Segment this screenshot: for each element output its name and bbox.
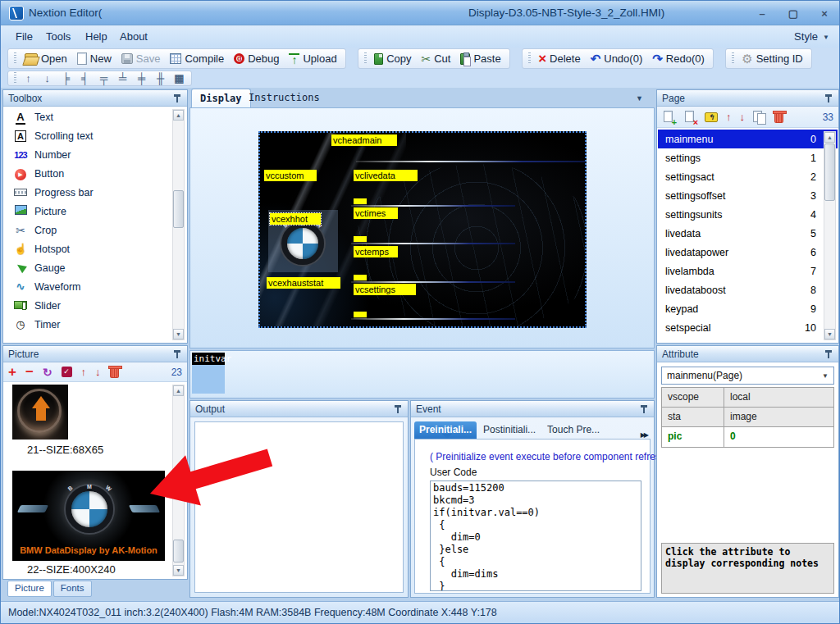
- toolbox-item-waveform[interactable]: ∿Waveform: [4, 277, 186, 296]
- toolbox-item-hotspot[interactable]: ☝Hotspot: [4, 239, 186, 258]
- align-right-button[interactable]: ╡: [75, 71, 94, 85]
- picture-scrollbar[interactable]: ▲ ▼: [172, 385, 185, 576]
- toolbox-item-gauge[interactable]: Gauge: [4, 258, 186, 277]
- menu-file[interactable]: File: [16, 25, 33, 48]
- page-row-livedataboost[interactable]: livedataboost8: [658, 280, 838, 299]
- tab-picture[interactable]: Picture: [7, 581, 52, 597]
- page-row-livedata[interactable]: livedata5: [658, 224, 838, 243]
- delete-page-button[interactable]: ×: [683, 111, 696, 124]
- page-row-settingsact[interactable]: settingsact2: [658, 167, 838, 186]
- page-row-settings[interactable]: settings1: [658, 148, 838, 167]
- delete-picture-button[interactable]: [110, 368, 119, 378]
- page-up-button[interactable]: ↑: [726, 111, 732, 123]
- menu-tools[interactable]: Tools: [46, 25, 71, 48]
- debug-button[interactable]: dDebug: [229, 50, 284, 68]
- scroll-thumb[interactable]: [173, 540, 184, 563]
- attribute-row-vscope[interactable]: vscopelocal: [662, 388, 833, 408]
- scroll-down-icon[interactable]: ▼: [824, 329, 835, 339]
- undo-button[interactable]: ↶Undo(0): [586, 50, 648, 68]
- picture-item-22[interactable]: B M W BMW DataDisplay by AK-Motion: [12, 471, 165, 561]
- scroll-up-icon[interactable]: ▲: [173, 110, 184, 121]
- pin-icon[interactable]: [640, 405, 648, 414]
- component-vcheadmain[interactable]: vcheadmain: [331, 134, 397, 146]
- component-vctemps[interactable]: vctemps: [354, 246, 398, 257]
- component-vctimes[interactable]: vctimes: [354, 207, 398, 219]
- copy-page-button[interactable]: [753, 111, 766, 124]
- upload-button[interactable]: ↑Upload: [284, 50, 341, 68]
- page-scrollbar[interactable]: ▲ ▼: [824, 131, 836, 340]
- attribute-row-sta[interactable]: staimage: [662, 408, 833, 427]
- pin-icon[interactable]: [824, 350, 833, 359]
- component-vclivedata[interactable]: vclivedata: [354, 170, 418, 181]
- page-row-settingsunits[interactable]: settingsunits4: [658, 205, 838, 224]
- picture-down-button[interactable]: ↓: [95, 366, 101, 378]
- move-up-button[interactable]: ↑: [19, 71, 38, 85]
- page-row-livelambda[interactable]: livelambda7: [658, 262, 838, 280]
- scroll-thumb[interactable]: [173, 190, 184, 228]
- pin-icon[interactable]: [173, 94, 181, 103]
- menu-help[interactable]: Help: [85, 25, 107, 48]
- add-picture-button[interactable]: +: [8, 366, 16, 379]
- tab-list-caret-icon[interactable]: ▼: [636, 94, 643, 102]
- trash-page-button[interactable]: [774, 113, 783, 123]
- scroll-down-icon[interactable]: ▼: [173, 329, 184, 339]
- component-vcexhhot[interactable]: vcexhhot: [270, 213, 321, 225]
- scroll-up-icon[interactable]: ▲: [824, 132, 835, 143]
- redo-button[interactable]: ↷Redo(0): [647, 50, 710, 68]
- close-button[interactable]: ×: [818, 7, 831, 20]
- align-top-button[interactable]: ╤: [94, 71, 113, 85]
- toolbox-item-number[interactable]: 123Number: [4, 145, 186, 164]
- import-page-button[interactable]: ↰: [705, 111, 718, 124]
- add-page-button[interactable]: +: [662, 111, 675, 124]
- tab-touch-press[interactable]: Touch Pre...: [542, 421, 605, 439]
- page-row-mainmenu[interactable]: mainmenu0: [658, 130, 838, 148]
- component-vcexhauststat[interactable]: vcexhauststat: [267, 277, 340, 289]
- tab-instructions[interactable]: Instructions: [240, 89, 328, 107]
- toolbox-item-button[interactable]: ▶Button: [4, 164, 186, 183]
- pin-icon[interactable]: [173, 350, 181, 359]
- center-vertical-button[interactable]: ╫: [151, 71, 170, 85]
- tab-fonts[interactable]: Fonts: [53, 581, 92, 597]
- toolbox-item-slider[interactable]: Slider: [4, 296, 186, 315]
- tab-preinitialize[interactable]: Preinitiali...: [414, 421, 477, 439]
- copy-button[interactable]: Copy: [369, 50, 416, 68]
- page-row-livedatapower[interactable]: livedatapower6: [658, 243, 838, 262]
- toolbox-item-progress-bar[interactable]: Progress bar: [4, 183, 186, 202]
- picture-item-21[interactable]: [12, 385, 68, 440]
- remove-picture-button[interactable]: −: [25, 366, 34, 379]
- center-horizontal-button[interactable]: ╪: [132, 71, 151, 85]
- display-canvas[interactable]: B M W vcheadmain vccustom vclivedata vce…: [258, 131, 587, 328]
- setting-id-button[interactable]: ⚙Setting ID: [737, 50, 808, 68]
- scroll-thumb[interactable]: [824, 143, 835, 201]
- component-selector[interactable]: mainmenu(Page) ▼: [661, 367, 834, 385]
- page-row-setspecial[interactable]: setspecial10: [658, 318, 838, 337]
- compile-button[interactable]: Compile: [165, 50, 229, 68]
- toolbox-item-picture[interactable]: Picture: [4, 202, 186, 221]
- output-console[interactable]: [194, 421, 404, 593]
- pin-icon[interactable]: [824, 94, 833, 103]
- component-vccustom[interactable]: vccustom: [264, 170, 317, 181]
- scroll-down-icon[interactable]: ▼: [173, 565, 184, 576]
- align-bottom-button[interactable]: ╧: [113, 71, 132, 85]
- scroll-up-icon[interactable]: ▲: [173, 385, 184, 396]
- attribute-row-pic[interactable]: pic0: [662, 427, 833, 447]
- code-editor[interactable]: bauds=115200 bkcmd=3 if(initvar.val==0) …: [430, 481, 641, 591]
- delete-button[interactable]: ×Delete: [533, 50, 586, 68]
- new-button[interactable]: New: [72, 50, 116, 68]
- tab-postinitialize[interactable]: Postinitiali...: [478, 421, 541, 439]
- edit-picture-button[interactable]: ✓: [62, 367, 72, 377]
- paste-button[interactable]: Paste: [455, 50, 505, 68]
- minimize-button[interactable]: –: [756, 7, 769, 20]
- pin-icon[interactable]: [394, 405, 402, 414]
- page-row-keypad[interactable]: keypad9: [658, 299, 838, 318]
- variable-initvar-box[interactable]: [192, 365, 225, 394]
- toolbox-item-crop[interactable]: ✂Crop: [4, 221, 186, 239]
- toolbox-item-scrolling-text[interactable]: AScrolling text: [4, 126, 186, 145]
- replace-picture-button[interactable]: ↻: [43, 366, 52, 379]
- user-code[interactable]: bauds=115200 bkcmd=3 if(initvar.val==0) …: [431, 481, 641, 591]
- cut-button[interactable]: ✂Cut: [416, 50, 455, 68]
- same-size-button[interactable]: ▦: [170, 71, 189, 85]
- variable-initvar[interactable]: initvar: [192, 353, 225, 365]
- page-down-button[interactable]: ↓: [740, 111, 746, 123]
- more-tabs-icon[interactable]: ▶▶: [641, 431, 651, 439]
